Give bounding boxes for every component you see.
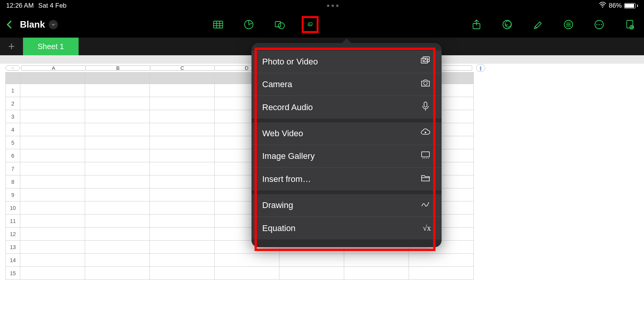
document-settings-button[interactable] (623, 18, 636, 31)
col-header[interactable]: C (150, 65, 215, 71)
photo-video-icon (420, 55, 431, 68)
document-title[interactable]: Blank (20, 19, 58, 30)
row-header[interactable]: 13 (6, 241, 20, 254)
svg-rect-7 (275, 21, 281, 27)
menu-label: Equation (262, 223, 296, 233)
folder-icon (420, 173, 431, 186)
svg-point-35 (426, 158, 427, 158)
row-header[interactable]: 4 (6, 123, 20, 136)
menu-label: Drawing (262, 200, 293, 210)
row-header[interactable]: 9 (6, 188, 20, 201)
svg-point-29 (424, 81, 427, 85)
sheet-tab-active[interactable]: Sheet 1 (23, 38, 79, 55)
microphone-icon (420, 101, 431, 114)
svg-point-0 (602, 7, 603, 8)
menu-label: Insert from… (262, 174, 311, 184)
columns-add-handle[interactable]: ‖ (476, 64, 485, 72)
insert-chart-button[interactable] (242, 18, 255, 31)
camera-icon (420, 78, 431, 91)
menu-item-equation[interactable]: Equation √x (251, 217, 442, 239)
row-header[interactable]: 5 (6, 136, 20, 149)
add-sheet-button[interactable]: + (0, 38, 23, 55)
menu-label: Camera (262, 79, 292, 89)
scribble-icon (420, 199, 431, 212)
equation-icon: √x (423, 224, 431, 233)
svg-rect-1 (214, 21, 223, 28)
format-brush-button[interactable] (531, 18, 544, 31)
status-date: Sat 4 Feb (38, 2, 67, 10)
document-title-text: Blank (20, 19, 45, 30)
menu-item-image-gallery[interactable]: Image Gallery (251, 145, 442, 168)
row-header[interactable]: 8 (6, 175, 20, 188)
menu-item-record-audio[interactable]: Record Audio (251, 96, 442, 119)
insert-media-button[interactable] (304, 18, 317, 31)
menu-label: Record Audio (262, 102, 313, 112)
svg-point-22 (601, 24, 602, 25)
multitask-dots[interactable] (67, 5, 599, 7)
col-header[interactable]: B (85, 65, 150, 71)
row-header[interactable]: 12 (6, 228, 20, 241)
gallery-icon (420, 150, 431, 163)
svg-point-25 (631, 26, 632, 28)
row-header[interactable]: 11 (6, 215, 20, 228)
svg-point-33 (423, 158, 424, 158)
svg-rect-30 (424, 102, 427, 107)
svg-point-36 (428, 158, 429, 158)
status-bar: 12:26 AM Sat 4 Feb 86% (0, 0, 644, 12)
menu-item-photo-video[interactable]: Photo or Video (251, 51, 442, 73)
status-time: 12:26 AM (6, 2, 34, 10)
row-header[interactable]: 1 (6, 84, 20, 97)
svg-point-28 (425, 58, 426, 59)
row-header[interactable]: 2 (6, 97, 20, 110)
insert-media-popover: Photo or Video Camera Record Audio Web V… (251, 43, 442, 247)
menu-item-insert-from[interactable]: Insert from… (251, 168, 442, 190)
back-button[interactable] (4, 19, 15, 30)
menu-item-web-video[interactable]: Web Video (251, 122, 442, 145)
more-button[interactable] (593, 18, 606, 31)
cloud-play-icon (420, 127, 431, 140)
row-header[interactable]: 6 (6, 149, 20, 162)
menu-label: Photo or Video (262, 57, 318, 67)
menu-item-drawing[interactable]: Drawing (251, 194, 442, 217)
col-header[interactable]: A (21, 65, 86, 71)
menu-label: Image Gallery (262, 151, 315, 161)
cell-format-button[interactable] (562, 18, 575, 31)
select-all-handle[interactable]: ○ (5, 65, 20, 71)
share-button[interactable] (470, 18, 483, 31)
undo-button[interactable] (501, 18, 514, 31)
row-header[interactable]: 10 (6, 201, 20, 215)
svg-point-20 (596, 24, 598, 25)
menu-label: Web Video (262, 129, 303, 139)
svg-point-34 (424, 158, 425, 158)
insert-table-button[interactable] (212, 18, 225, 31)
svg-point-21 (599, 24, 600, 25)
svg-point-8 (278, 23, 284, 29)
row-header[interactable]: 15 (6, 267, 20, 280)
svg-rect-32 (422, 152, 430, 157)
battery-percent: 86% (609, 2, 622, 10)
wifi-icon (599, 1, 606, 11)
row-header[interactable]: 7 (6, 162, 20, 175)
menu-item-camera[interactable]: Camera (251, 73, 442, 96)
row-header[interactable]: 3 (6, 110, 20, 123)
row-header[interactable]: 14 (6, 254, 20, 267)
svg-point-12 (309, 23, 310, 24)
chevron-down-icon (49, 20, 58, 29)
insert-shape-button[interactable] (273, 18, 286, 31)
toolbar: Blank (0, 12, 644, 38)
battery-icon (624, 3, 638, 8)
